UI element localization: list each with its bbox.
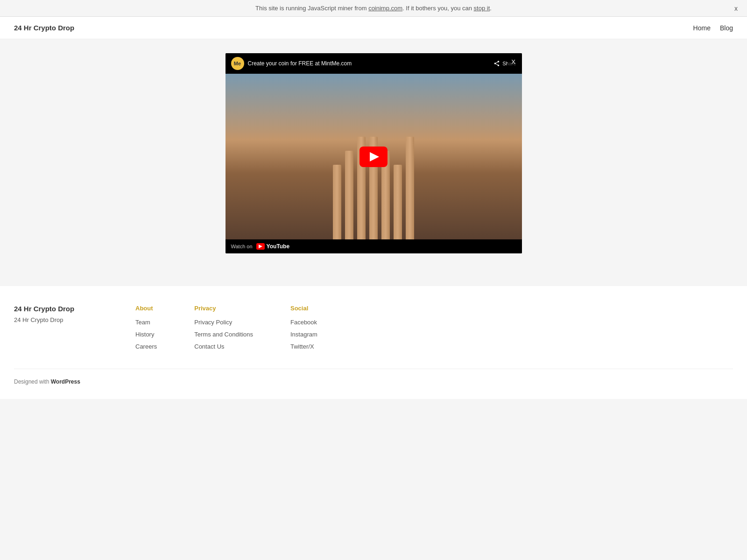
stop-link[interactable]: stop it (474, 5, 490, 12)
footer-about-links: Team History Careers (135, 318, 157, 350)
video-close-button[interactable]: X (508, 56, 519, 67)
footer-columns: About Team History Careers Privacy (135, 305, 733, 355)
footer-link-team[interactable]: Team (135, 319, 150, 326)
list-item: Terms and Conditions (194, 330, 253, 338)
footer-link-facebook[interactable]: Facebook (290, 319, 317, 326)
footer-privacy-heading: Privacy (194, 305, 253, 312)
share-icon (493, 60, 500, 67)
footer-col-about: About Team History Careers (135, 305, 157, 355)
watch-on-text: Watch on (231, 244, 253, 249)
notification-bar: This site is running JavaScript miner fr… (0, 0, 747, 17)
list-item: Careers (135, 343, 157, 350)
list-item: Contact Us (194, 343, 253, 350)
footer-link-twitter[interactable]: Twitter/X (290, 343, 314, 350)
notification-close-button[interactable]: x (734, 5, 738, 12)
site-footer: 24 Hr Crypto Drop 24 Hr Crypto Drop Abou… (0, 286, 747, 399)
notification-text-suffix: . If it bothers you, you can (402, 5, 473, 12)
footer-col-privacy: Privacy Privacy Policy Terms and Conditi… (194, 305, 253, 355)
list-item: Instagram (290, 330, 317, 338)
list-item: Team (135, 318, 157, 326)
main-content: Me Create your coin for FREE at MintMe.c… (0, 39, 747, 267)
play-icon (370, 152, 379, 161)
nav-blog[interactable]: Blog (720, 24, 733, 32)
footer-link-terms[interactable]: Terms and Conditions (194, 331, 253, 338)
list-item: Twitter/X (290, 343, 317, 350)
site-header: 24 Hr Crypto Drop Home Blog (0, 17, 747, 39)
footer-brand-name: 24 Hr Crypto Drop (14, 305, 107, 313)
footer-link-history[interactable]: History (135, 331, 154, 338)
nav-home[interactable]: Home (693, 24, 711, 32)
designed-with-text: Designed with (14, 378, 51, 385)
channel-avatar: Me (231, 57, 244, 70)
coinimp-link[interactable]: coinimp.com (368, 5, 402, 12)
footer-privacy-links: Privacy Policy Terms and Conditions Cont… (194, 318, 253, 350)
list-item: History (135, 330, 157, 338)
footer-brand: 24 Hr Crypto Drop 24 Hr Crypto Drop (14, 305, 107, 355)
youtube-icon (256, 243, 265, 250)
footer-brand-tagline: 24 Hr Crypto Drop (14, 316, 107, 323)
wordpress-link[interactable]: WordPress (51, 378, 80, 385)
footer-top: 24 Hr Crypto Drop 24 Hr Crypto Drop Abou… (14, 305, 733, 369)
footer-link-instagram[interactable]: Instagram (290, 331, 317, 338)
footer-link-contact[interactable]: Contact Us (194, 343, 224, 350)
video-thumbnail[interactable] (226, 74, 522, 239)
video-top-bar: Me Create your coin for FREE at MintMe.c… (226, 53, 522, 74)
video-bottom-bar: Watch on YouTube (226, 239, 522, 253)
notification-text: This site is running JavaScript miner fr… (255, 5, 368, 12)
footer-col-social: Social Facebook Instagram Twitter/X (290, 305, 317, 355)
video-play-area[interactable] (226, 74, 522, 239)
play-button[interactable] (359, 147, 388, 167)
footer-link-privacy-policy[interactable]: Privacy Policy (194, 319, 232, 326)
channel-info: Me Create your coin for FREE at MintMe.c… (231, 57, 352, 70)
list-item: Facebook (290, 318, 317, 326)
youtube-text: YouTube (267, 243, 290, 250)
footer-bottom: Designed with WordPress (14, 369, 733, 385)
yt-play-icon (259, 245, 262, 248)
footer-link-careers[interactable]: Careers (135, 343, 157, 350)
footer-social-links: Facebook Instagram Twitter/X (290, 318, 317, 350)
list-item: Privacy Policy (194, 318, 253, 326)
main-nav: Home Blog (693, 24, 733, 32)
footer-about-heading: About (135, 305, 157, 312)
video-container: Me Create your coin for FREE at MintMe.c… (226, 53, 522, 253)
site-logo[interactable]: 24 Hr Crypto Drop (14, 24, 74, 32)
footer-social-heading: Social (290, 305, 317, 312)
video-title: Create your coin for FREE at MintMe.com (248, 60, 352, 67)
youtube-logo: YouTube (256, 243, 290, 250)
